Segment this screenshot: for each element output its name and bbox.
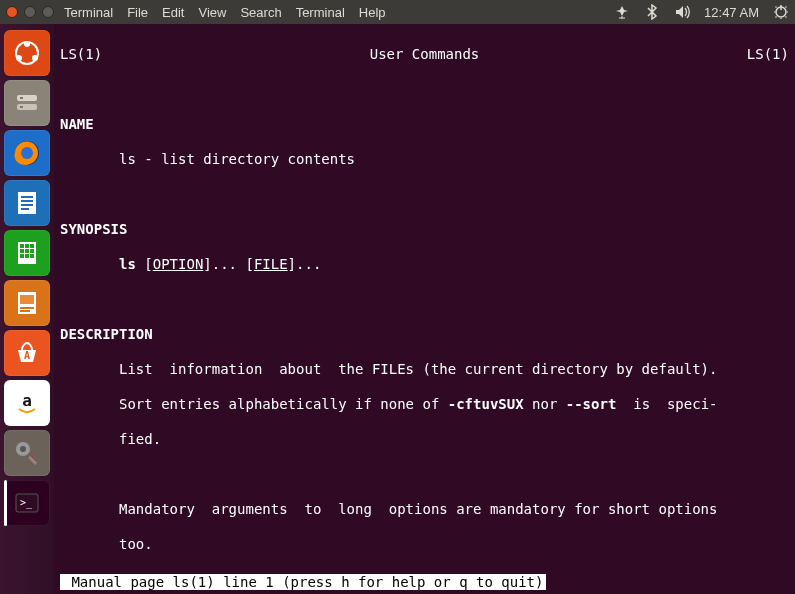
menu-terminal[interactable]: Terminal <box>296 5 345 20</box>
svg-rect-22 <box>30 249 34 253</box>
desc-line: too. <box>60 536 789 554</box>
synopsis-line: ls [OPTION]... [FILE]... <box>60 256 789 274</box>
desc-line: fied. <box>60 431 789 449</box>
svg-rect-7 <box>20 97 23 99</box>
svg-point-4 <box>32 55 38 61</box>
svg-rect-15 <box>21 208 29 210</box>
svg-point-33 <box>20 446 26 452</box>
svg-text:A: A <box>24 350 30 361</box>
svg-point-3 <box>16 55 22 61</box>
top-menu-bar: Terminal File Edit View Search Terminal … <box>0 0 795 24</box>
network-indicator-icon[interactable] <box>614 4 630 20</box>
menu-edit[interactable]: Edit <box>162 5 184 20</box>
svg-rect-13 <box>21 200 33 202</box>
launcher-amazon[interactable]: a <box>4 380 50 426</box>
svg-point-10 <box>21 147 33 159</box>
launcher-calc[interactable] <box>4 230 50 276</box>
svg-rect-19 <box>30 244 34 248</box>
svg-rect-28 <box>20 307 34 309</box>
manpage-header-left: LS(1) <box>60 46 102 64</box>
desc-line: Mandatory arguments to long options are … <box>60 501 789 519</box>
launcher-settings[interactable] <box>4 430 50 476</box>
section-description: DESCRIPTION <box>60 326 789 344</box>
app-title: Terminal <box>64 5 113 20</box>
unity-launcher: A a >_ <box>0 24 54 594</box>
launcher-files[interactable] <box>4 80 50 126</box>
svg-rect-21 <box>25 249 29 253</box>
menu-help[interactable]: Help <box>359 5 386 20</box>
svg-rect-17 <box>20 244 24 248</box>
svg-rect-27 <box>20 295 34 304</box>
window-maximize-button[interactable] <box>42 6 54 18</box>
manpage-header: LS(1)User CommandsLS(1) <box>60 46 789 64</box>
menu-search[interactable]: Search <box>240 5 281 20</box>
svg-point-2 <box>24 41 30 47</box>
svg-rect-12 <box>21 196 33 198</box>
name-text: ls - list directory contents <box>60 151 789 169</box>
window-controls <box>6 6 54 18</box>
terminal-viewport[interactable]: LS(1)User CommandsLS(1) NAME ls - list d… <box>54 24 795 594</box>
manpage-header-center: User Commands <box>370 46 480 64</box>
section-synopsis: SYNOPSIS <box>60 221 789 239</box>
svg-text:>_: >_ <box>20 497 33 509</box>
man-status-line: Manual page ls(1) line 1 (press h for he… <box>60 574 546 590</box>
launcher-firefox[interactable] <box>4 130 50 176</box>
launcher-impress[interactable] <box>4 280 50 326</box>
menu-file[interactable]: File <box>127 5 148 20</box>
window-minimize-button[interactable] <box>24 6 36 18</box>
svg-rect-8 <box>20 106 23 108</box>
svg-rect-14 <box>21 204 33 206</box>
svg-rect-18 <box>25 244 29 248</box>
svg-rect-24 <box>25 254 29 258</box>
svg-rect-23 <box>20 254 24 258</box>
svg-rect-29 <box>20 310 30 312</box>
desc-line: Sort entries alphabetically if none of -… <box>60 396 789 414</box>
svg-rect-25 <box>30 254 34 258</box>
svg-rect-20 <box>20 249 24 253</box>
bluetooth-indicator-icon[interactable] <box>644 4 660 20</box>
launcher-writer[interactable] <box>4 180 50 226</box>
svg-text:a: a <box>22 391 32 410</box>
manpage-header-right: LS(1) <box>747 46 789 64</box>
launcher-software-center[interactable]: A <box>4 330 50 376</box>
power-indicator-icon[interactable] <box>773 4 789 20</box>
section-name: NAME <box>60 116 789 134</box>
sound-indicator-icon[interactable] <box>674 4 690 20</box>
menu-view[interactable]: View <box>198 5 226 20</box>
launcher-dash[interactable] <box>4 30 50 76</box>
svg-rect-11 <box>18 192 36 214</box>
clock[interactable]: 12:47 AM <box>704 5 759 20</box>
desc-line: List information about the FILEs (the cu… <box>60 361 789 379</box>
launcher-terminal[interactable]: >_ <box>4 480 50 526</box>
window-close-button[interactable] <box>6 6 18 18</box>
